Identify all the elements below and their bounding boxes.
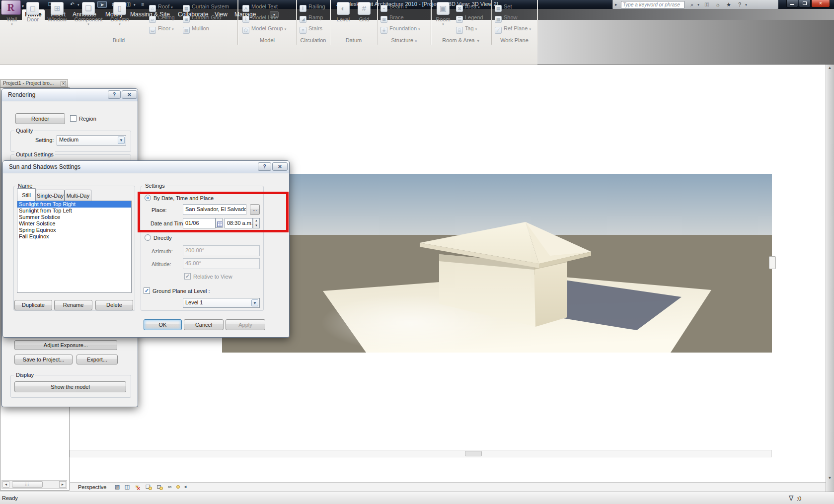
ceiling-button[interactable]: ▱Ceiling xyxy=(149,14,175,22)
model-text-button[interactable]: AModel Text xyxy=(242,3,278,11)
altitude-input: 45.00° xyxy=(183,258,260,269)
list-item[interactable]: Winter Solstice xyxy=(17,220,131,227)
sun-path-icon[interactable]: ☀✕ xyxy=(133,483,141,491)
rendering-help-icon[interactable]: ? xyxy=(108,90,121,99)
output-settings-label: Output Settings xyxy=(14,151,55,157)
ref-plane-icon: ⟋ xyxy=(495,27,502,34)
drawing-hscrollbar[interactable] xyxy=(70,450,772,457)
railing-button[interactable]: 𝄃Railing xyxy=(300,3,325,11)
component-button[interactable]: ❏ Component ▾ xyxy=(73,1,104,36)
column-button[interactable]: ▯ Column ▾ xyxy=(108,1,131,36)
beam-button[interactable]: ⌁Beam ▾ xyxy=(380,3,407,11)
window-button[interactable]: ⊞ Window xyxy=(46,1,69,36)
list-item[interactable]: Sunlight from Top Left xyxy=(17,208,131,214)
filter-icon[interactable]: ∇ xyxy=(789,494,793,502)
ok-button[interactable]: OK xyxy=(144,319,182,330)
adjust-exposure-button[interactable]: Adjust Exposure... xyxy=(14,340,117,350)
search-icon[interactable]: ⌕ xyxy=(687,1,696,8)
show-button[interactable]: ▩Show xyxy=(495,14,518,22)
vscroll-up-icon[interactable]: ▲ xyxy=(826,66,834,70)
tab-single-day[interactable]: Single-Day xyxy=(36,190,65,201)
model-group-button[interactable]: ⬡Model Group ▾ xyxy=(242,25,286,33)
level-button[interactable]: ◐ Level xyxy=(334,1,352,36)
save-to-project-button[interactable]: Save to Project... xyxy=(14,355,73,364)
list-item[interactable]: Fall Equinox xyxy=(17,233,131,240)
rendered-3d-view[interactable] xyxy=(222,174,772,353)
ramp-button[interactable]: ◢Ramp xyxy=(300,14,323,22)
stairs-button[interactable]: ≡Stairs xyxy=(300,25,322,33)
list-item-selected[interactable]: Sunlight from Top Right xyxy=(17,201,131,208)
sun-help-icon[interactable]: ? xyxy=(258,162,271,171)
shadows-toggle-icon[interactable]: ❏ xyxy=(144,483,152,491)
curtain-system-button[interactable]: ▦Curtain System xyxy=(183,3,229,11)
door-button[interactable]: ◻ Door xyxy=(24,1,42,36)
rendering-close-icon[interactable]: ✕ xyxy=(122,90,137,99)
tab-multi-day[interactable]: Multi-Day xyxy=(65,190,91,201)
browser-scroll-right-icon[interactable]: ► xyxy=(59,481,66,488)
set-button[interactable]: ▦Set xyxy=(495,3,512,11)
show-the-model-button[interactable]: Show the model xyxy=(14,381,126,392)
close-button[interactable]: × xyxy=(811,0,830,7)
roof-button[interactable]: ⌂Roof ▾ xyxy=(149,3,173,11)
region-checkbox[interactable] xyxy=(70,115,76,122)
rename-button[interactable]: Rename xyxy=(54,300,92,310)
tag-button[interactable]: ⌸Tag ▾ xyxy=(456,25,477,33)
communication-center-icon[interactable]: ☼ xyxy=(713,1,722,8)
show-rendering-dialog-icon[interactable]: ▨ xyxy=(113,483,121,491)
ref-plane-button[interactable]: ⟋Ref Plane ▾ xyxy=(495,25,531,33)
door-icon: ◻ xyxy=(26,2,39,15)
model-line-button[interactable]: ⌇Model Line xyxy=(242,14,278,22)
navigation-bar-handle[interactable] xyxy=(769,256,776,269)
ground-plane-checkbox[interactable]: ✓ xyxy=(144,288,150,294)
duplicate-button[interactable]: Duplicate xyxy=(14,300,52,310)
application-menu-caret-icon[interactable]: ▾ xyxy=(22,4,24,8)
revit-application-menu-icon[interactable]: R xyxy=(1,0,21,15)
render-button[interactable]: Render xyxy=(15,113,65,124)
subscription-key-icon[interactable]: ⚿ xyxy=(702,1,711,8)
foundation-button[interactable]: ⏚Foundation ▾ xyxy=(380,25,420,33)
viewbar-collapse-icon[interactable]: ◄ xyxy=(183,483,188,491)
sun-dialog-titlebar[interactable]: Sun and Shadows Settings xyxy=(3,161,289,173)
tab-still[interactable]: Still xyxy=(17,188,36,201)
vscroll-down-icon[interactable]: ▼ xyxy=(826,476,834,480)
project-browser-tab[interactable]: Project1 - Project bro... ✕ xyxy=(0,79,68,87)
level-select[interactable]: Level 1 ▼ xyxy=(183,298,260,308)
crop-view-icon[interactable]: ⊡ xyxy=(155,483,163,491)
brace-button[interactable]: ⊠Brace xyxy=(380,14,404,22)
show-work-plane-icon: ▩ xyxy=(495,16,502,23)
panel-model: AModel Text ⌇Model Line ⬡Model Group ▾ M… xyxy=(238,0,297,45)
area-button[interactable]: ⊠Area ▾ xyxy=(456,3,480,11)
sun-close-icon[interactable]: ✕ xyxy=(272,162,288,171)
minimize-button[interactable] xyxy=(786,0,798,7)
list-item[interactable]: Summer Solstice xyxy=(17,214,131,220)
help-icon[interactable]: ? xyxy=(735,1,744,8)
browser-tab-close-icon[interactable]: ✕ xyxy=(61,81,66,86)
model-graphics-style-icon[interactable]: ◫ xyxy=(123,483,131,491)
grid-button[interactable]: # Grid xyxy=(355,1,373,36)
temporary-hide-isolate-icon[interactable] xyxy=(176,483,181,491)
browser-hscrollbar[interactable]: ◄ ⦙⦙⦙ ► xyxy=(1,480,67,489)
search-caret-icon[interactable]: ▾ xyxy=(696,1,700,8)
room-button[interactable]: ▣ Room ▾ xyxy=(433,1,453,36)
mullion-button[interactable]: ▥Mullion xyxy=(183,25,209,33)
restore-button[interactable] xyxy=(799,0,811,7)
export-button[interactable]: Export... xyxy=(76,355,118,364)
floor-button[interactable]: ▭Floor ▾ xyxy=(149,25,174,33)
infocenter-expand-icon[interactable]: ▸ xyxy=(615,2,617,7)
cancel-button[interactable]: Cancel xyxy=(184,319,224,330)
legend-button[interactable]: ☰Legend xyxy=(456,14,483,22)
azimuth-label: Azimuth: xyxy=(152,248,173,254)
drawing-hscrollbar-thumb[interactable] xyxy=(465,451,482,456)
preset-list[interactable]: Sunlight from Top Right Sunlight from To… xyxy=(17,201,132,293)
directly-radio[interactable] xyxy=(145,234,151,241)
list-item[interactable]: Spring Equinox xyxy=(17,227,131,233)
quality-setting-select[interactable]: Medium ▼ xyxy=(57,135,126,145)
delete-button[interactable]: Delete xyxy=(95,300,133,310)
browser-scroll-left-icon[interactable]: ◄ xyxy=(2,481,9,488)
help-caret-icon[interactable]: ▾ xyxy=(744,1,748,8)
curtain-grid-button[interactable]: ⊞Curtain Grid xyxy=(183,14,221,22)
reveal-hidden-elements-icon[interactable]: ∞ xyxy=(166,483,174,491)
browser-scroll-thumb[interactable]: ⦙⦙⦙ xyxy=(12,481,43,488)
search-input[interactable]: Type a keyword or phrase xyxy=(621,1,684,8)
favorites-star-icon[interactable]: ★ xyxy=(724,1,733,8)
